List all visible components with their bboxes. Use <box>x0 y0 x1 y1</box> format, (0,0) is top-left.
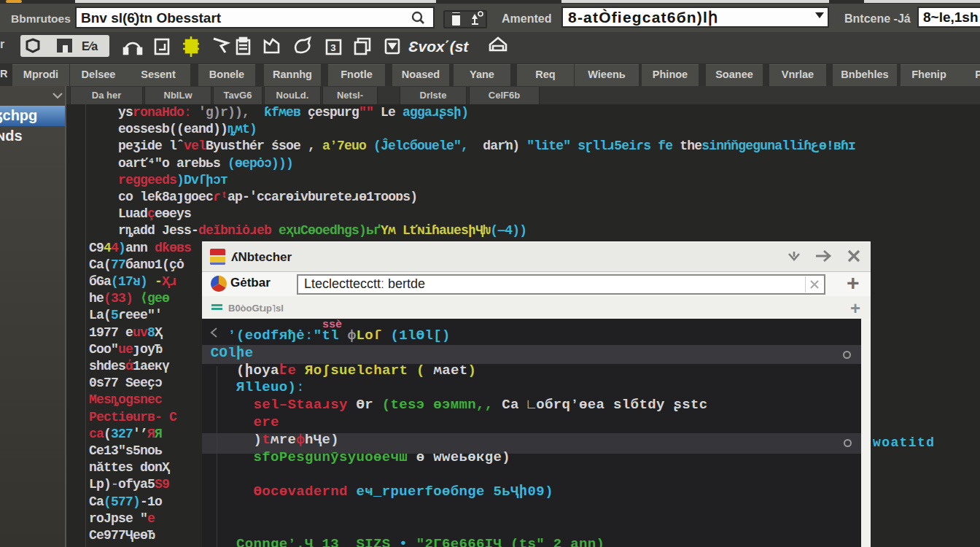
svg-text:Ɛvoх΄(st: Ɛvoх΄(st <box>408 38 469 55</box>
svg-text:E⁄a: E⁄a <box>82 40 98 53</box>
svg-text:3: 3 <box>330 43 336 54</box>
